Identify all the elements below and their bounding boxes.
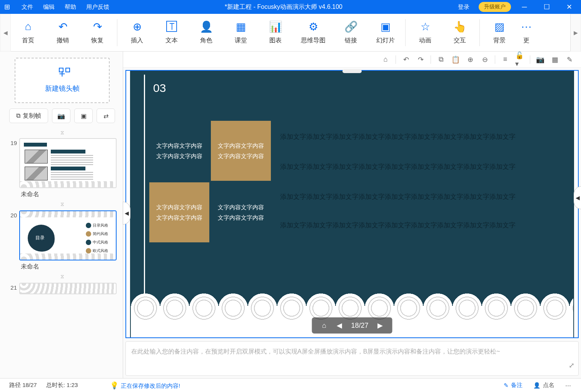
hourglass-icon: ⧖: [8, 201, 117, 207]
align-icon[interactable]: ≡: [501, 55, 510, 64]
rotate-right-icon[interactable]: ↷: [416, 55, 425, 64]
canvas[interactable]: 03 文字内容文字内容文字内容文字内容 文字内容文字内容文字内容文字内容 文字内…: [125, 70, 579, 338]
frame-thumb-19[interactable]: 19 未命名 ⧖: [8, 138, 117, 207]
ribbon-separator: [405, 19, 406, 46]
thumb-preview[interactable]: [19, 138, 117, 188]
snapshot-icon[interactable]: 📷: [536, 55, 545, 64]
interact-icon: 👆: [453, 20, 467, 33]
ribbon-undo[interactable]: ↶撤销: [45, 20, 80, 45]
ribbon-mindmap-label: 思维导图: [301, 37, 326, 45]
ribbon-undo-label: 撤销: [57, 37, 69, 45]
ribbon-separator: [479, 19, 480, 46]
paragraph-4[interactable]: 添加文字添加文字添加文字添加文字添加文字添加文字添加文字添加文字添加文字: [280, 221, 563, 230]
nav-home-icon[interactable]: ⌂: [320, 322, 328, 330]
content-box-1[interactable]: 文字内容文字内容文字内容文字内容: [149, 121, 209, 181]
ribbon-chart[interactable]: 📊图表: [258, 20, 293, 45]
new-frame-button[interactable]: + 新建镜头帧: [15, 58, 110, 103]
ribbon-role[interactable]: 👤角色: [189, 20, 224, 45]
menu-file[interactable]: 文件: [17, 1, 38, 13]
lock-icon[interactable]: 🔓▾: [515, 55, 524, 64]
ribbon-interact[interactable]: 👆交互: [442, 20, 477, 45]
frame-thumb-21[interactable]: 21: [8, 283, 117, 294]
edit-icon[interactable]: ✎: [565, 55, 574, 64]
thumb-preview[interactable]: [19, 283, 117, 294]
swap-button[interactable]: ⇄: [97, 108, 115, 123]
main-area: + 新建镜头帧 ⧉复制帧 📷 ▣ ⇄ ⧖ 19 未命名 ⧖: [0, 52, 581, 378]
toolbar-separator: [530, 55, 530, 64]
notes-input[interactable]: 在此处输入您的备注内容，在预览时开启双屏模式，可以实现A屏全屏播放演示内容，B屏…: [125, 341, 579, 376]
link-icon: 🔗: [344, 20, 358, 33]
close-button[interactable]: ✕: [560, 0, 578, 14]
frame-thumbnails: 19 未命名 ⧖ 20 匠心 目录风格简约风格中式风格欧式风格: [8, 138, 117, 378]
right-drawer-handle[interactable]: ◀: [574, 186, 581, 209]
titlebar: ⊞ 文件 编辑 帮助 用户反馈 *新建工程 - Focusky动画演示大师 v4…: [0, 0, 581, 14]
frame-tools: ⧉复制帧 📷 ▣ ⇄: [8, 108, 117, 123]
window-title: *新建工程 - Focusky动画演示大师 v4.6.100: [114, 3, 453, 11]
ribbon-chart-label: 图表: [269, 37, 282, 45]
box-text: 文字内容文字内容: [156, 202, 202, 212]
ribbon-slide[interactable]: ▣幻灯片: [368, 20, 403, 45]
copy-icon[interactable]: ⧉: [436, 55, 446, 64]
copy-frame-button[interactable]: ⧉复制帧: [9, 108, 48, 123]
paragraph-1[interactable]: 添加文字添加文字添加文字添加文字添加文字添加文字添加文字添加文字添加文字: [280, 132, 563, 141]
expand-icon[interactable]: ⤢: [569, 360, 574, 372]
ribbon-home[interactable]: ⌂首页: [11, 20, 45, 45]
new-frame-label: 新建镜头帧: [45, 84, 80, 93]
minimize-button[interactable]: ─: [516, 0, 533, 14]
resize-handle[interactable]: [342, 69, 362, 73]
ribbon-anim[interactable]: ☆动画: [408, 20, 442, 45]
box-text: 文字内容文字内容: [218, 212, 264, 223]
ribbon-slide-label: 幻灯片: [376, 37, 395, 45]
paragraph-3[interactable]: 添加文字添加文字添加文字添加文字添加文字添加文字添加文字添加文字添加文字: [280, 192, 563, 201]
decorative-line: [144, 75, 145, 308]
thumb-preview[interactable]: 匠心 目录风格简约风格中式风格欧式风格: [19, 210, 117, 260]
box-text: 文字内容文字内容: [156, 140, 202, 151]
menu-feedback[interactable]: 用户反馈: [82, 1, 114, 13]
home-view-icon[interactable]: ⌂: [381, 55, 390, 64]
ribbon-class[interactable]: ▦课堂: [224, 20, 258, 45]
zoom-in-icon[interactable]: ⊕: [466, 55, 475, 64]
ribbon-mindmap[interactable]: ⚙思维导图: [293, 20, 334, 45]
nav-next-icon[interactable]: ▶: [376, 321, 384, 330]
undo-icon: ↶: [58, 20, 67, 33]
ribbon-insert[interactable]: ⊕插入: [120, 20, 154, 45]
canvas-toolbar: ⌂ ↶ ↷ ⧉ 📋 ⊕ ⊖ ≡ 🔓▾ 📷 ▦ ✎: [123, 52, 581, 68]
content-box-2[interactable]: 文字内容文字内容文字内容文字内容: [211, 121, 271, 181]
zoom-out-icon[interactable]: ⊖: [480, 55, 489, 64]
status-duration: 总时长: 1:23: [42, 382, 83, 389]
qr-button[interactable]: ▣: [74, 108, 93, 123]
ribbon-scroll-right[interactable]: ▶: [570, 14, 581, 52]
login-button[interactable]: 登录: [453, 2, 474, 12]
maximize-button[interactable]: ☐: [538, 0, 556, 14]
nav-prev-icon[interactable]: ◀: [336, 321, 343, 330]
ribbon-scroll-left[interactable]: ◀: [0, 14, 11, 52]
content-box-3[interactable]: 文字内容文字内容文字内容文字内容: [149, 182, 209, 242]
content-box-4[interactable]: 文字内容文字内容文字内容文字内容: [211, 182, 271, 242]
menu-edit[interactable]: 编辑: [38, 1, 59, 13]
ribbon-bg[interactable]: ▨背景: [482, 20, 517, 45]
grid-icon[interactable]: ▦: [550, 55, 559, 64]
ribbon-toolbar: ◀ ⌂首页 ↶撤销 ↷恢复 ⊕插入 🅃文本 👤角色 ▦课堂 📊图表 ⚙思维导图 …: [0, 14, 581, 52]
app-logo-icon: ⊞: [0, 0, 14, 14]
class-icon: ▦: [236, 20, 246, 33]
notes-button[interactable]: ✎备注: [498, 382, 528, 389]
ribbon-redo[interactable]: ↷恢复: [80, 20, 115, 45]
menu-help[interactable]: 帮助: [60, 1, 81, 13]
ribbon-link[interactable]: 🔗链接: [334, 20, 368, 45]
paragraph-2[interactable]: 添加文字添加文字添加文字添加文字添加文字添加文字添加文字添加文字添加文字: [280, 162, 563, 171]
status-more-button[interactable]: ⋯: [560, 382, 576, 389]
paste-icon[interactable]: 📋: [451, 55, 460, 64]
frame-thumb-20[interactable]: 20 匠心 目录风格简约风格中式风格欧式风格 未命名 ⧖: [8, 210, 117, 280]
ribbon-more[interactable]: ⋯更: [517, 20, 536, 45]
thumb-number: 20: [8, 210, 17, 219]
rotate-left-icon[interactable]: ↶: [401, 55, 411, 64]
box-text: 文字内容文字内容: [218, 140, 264, 151]
rollcall-button[interactable]: 👤点名: [528, 382, 560, 389]
notes-icon: ✎: [504, 382, 509, 389]
upgrade-button[interactable]: 升级账户: [479, 2, 511, 12]
thumb-number: 21: [8, 283, 17, 291]
ribbon-text[interactable]: 🅃文本: [154, 20, 189, 45]
camera-button[interactable]: 📷: [52, 108, 70, 123]
ribbon-more-label: 更: [523, 37, 529, 45]
hourglass-icon: ⧖: [8, 129, 117, 136]
